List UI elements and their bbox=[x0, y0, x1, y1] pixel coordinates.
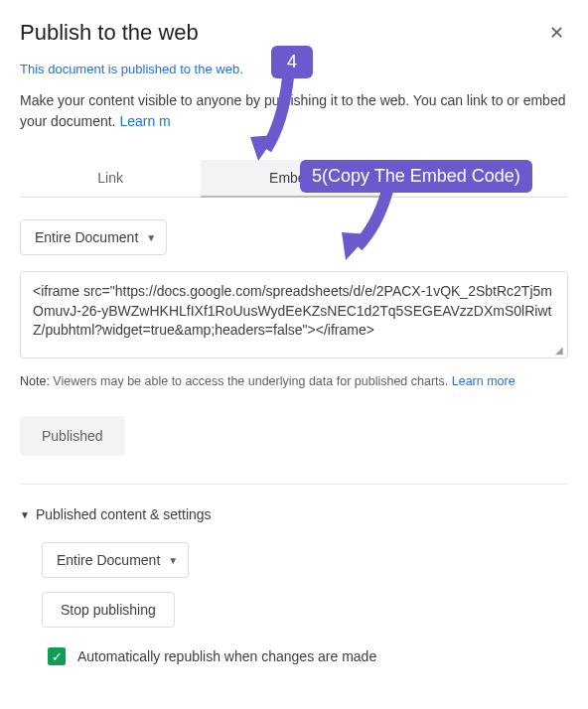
auto-republish-label: Automatically republish when changes are… bbox=[77, 648, 376, 664]
settings-panel: Entire Document ▼ Stop publishing ✓ Auto… bbox=[20, 542, 568, 665]
annotation-step-5: 5(Copy The Embed Code) bbox=[300, 160, 532, 193]
note-learn-more-link[interactable]: Learn more bbox=[452, 374, 515, 388]
resize-handle-icon[interactable]: ◢ bbox=[555, 346, 565, 355]
triangle-down-icon: ▼ bbox=[20, 509, 30, 520]
auto-republish-checkbox[interactable]: ✓ bbox=[48, 647, 66, 665]
chevron-down-icon: ▼ bbox=[168, 555, 178, 566]
auto-republish-row: ✓ Automatically republish when changes a… bbox=[48, 647, 568, 665]
annotation-step-4: 4 bbox=[271, 46, 313, 78]
embed-code-text: <iframe src="https://docs.google.com/spr… bbox=[33, 283, 552, 338]
settings-title: Published content & settings bbox=[36, 506, 212, 522]
learn-more-link[interactable]: Learn m bbox=[119, 113, 170, 129]
dialog-title: Publish to the web bbox=[20, 20, 199, 46]
embed-code-box[interactable]: <iframe src="https://docs.google.com/spr… bbox=[20, 271, 568, 358]
dialog-description: Make your content visible to anyone by p… bbox=[20, 90, 568, 132]
checkmark-icon: ✓ bbox=[52, 649, 63, 664]
close-icon[interactable]: ✕ bbox=[545, 20, 568, 46]
desc-text: Make your content visible to anyone by p… bbox=[20, 92, 565, 129]
note-line: Note: Viewers may be able to access the … bbox=[20, 374, 568, 388]
stop-publishing-button[interactable]: Stop publishing bbox=[42, 592, 175, 628]
settings-toggle[interactable]: ▼ Published content & settings bbox=[20, 506, 568, 522]
divider bbox=[20, 484, 568, 485]
settings-dropdown-label: Entire Document bbox=[57, 552, 160, 568]
chevron-down-icon: ▼ bbox=[146, 232, 156, 243]
published-button: Published bbox=[20, 416, 125, 456]
note-text: Viewers may be able to access the underl… bbox=[50, 374, 452, 388]
note-label: Note: bbox=[20, 374, 50, 388]
settings-scope-dropdown[interactable]: Entire Document ▼ bbox=[42, 542, 189, 578]
scope-dropdown[interactable]: Entire Document ▼ bbox=[20, 219, 167, 255]
dropdown-label: Entire Document bbox=[35, 229, 138, 245]
tab-link[interactable]: Link bbox=[20, 160, 201, 197]
